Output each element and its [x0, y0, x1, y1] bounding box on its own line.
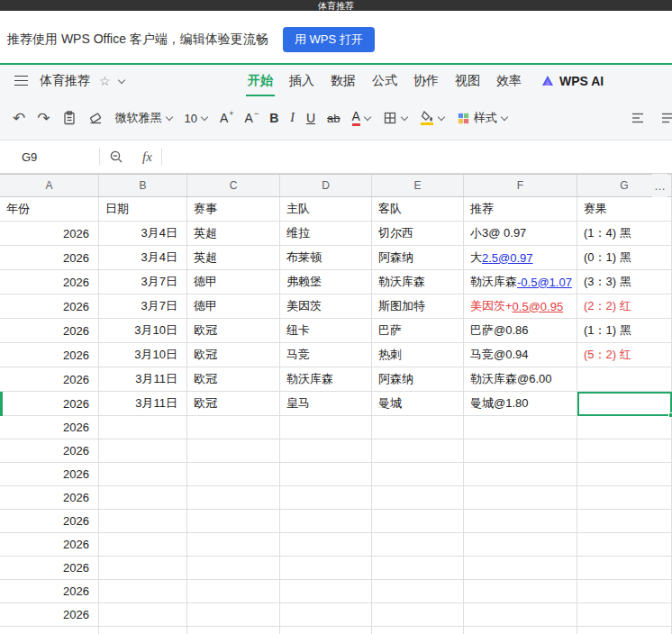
- font-size-select[interactable]: 10: [185, 112, 208, 125]
- strikethrough-button[interactable]: ab: [327, 112, 340, 125]
- cell[interactable]: 2026: [0, 439, 99, 463]
- cell[interactable]: 勒沃库森: [372, 270, 464, 294]
- header-cell[interactable]: 赛果: [577, 197, 672, 222]
- cell[interactable]: [464, 557, 577, 580]
- cell[interactable]: [464, 439, 577, 463]
- cell[interactable]: [99, 486, 187, 510]
- cell[interactable]: 勒沃库森-0.5@1.07: [464, 270, 577, 294]
- cell[interactable]: 皇马: [280, 392, 372, 416]
- tab-协作[interactable]: 协作: [413, 73, 439, 89]
- redo-button[interactable]: ↷: [37, 109, 50, 128]
- cell[interactable]: [577, 486, 672, 510]
- cell[interactable]: [464, 603, 577, 627]
- cell[interactable]: 2026: [0, 580, 99, 603]
- formula-input[interactable]: [162, 140, 672, 173]
- selected-cell[interactable]: [577, 392, 672, 416]
- cell[interactable]: [372, 510, 464, 533]
- cell[interactable]: 3月7日: [99, 270, 187, 294]
- paste-button[interactable]: [62, 111, 77, 125]
- cell[interactable]: 马竞: [280, 343, 372, 367]
- cell[interactable]: 德甲: [187, 270, 280, 294]
- cell[interactable]: [464, 416, 577, 439]
- undo-button[interactable]: ↶: [13, 109, 25, 128]
- font-color-button[interactable]: A: [352, 110, 371, 126]
- cell[interactable]: 3月4日: [99, 246, 187, 270]
- cell[interactable]: (2：2) 红: [577, 294, 672, 319]
- title-chevron-down-icon[interactable]: [118, 77, 125, 85]
- more-columns-button[interactable]: …: [652, 174, 667, 197]
- underline-button[interactable]: U: [306, 111, 315, 125]
- fill-color-button[interactable]: [420, 111, 445, 125]
- cell[interactable]: 曼城@1.80: [464, 392, 577, 416]
- cell[interactable]: [280, 439, 372, 463]
- cell[interactable]: [99, 510, 187, 533]
- cell[interactable]: 勒沃库森@6.00: [464, 367, 577, 392]
- cell[interactable]: [464, 533, 577, 557]
- cell[interactable]: 2026: [0, 392, 99, 416]
- cell[interactable]: [372, 533, 464, 557]
- header-cell[interactable]: 赛事: [187, 197, 280, 222]
- cell[interactable]: 2026: [0, 246, 99, 270]
- cell[interactable]: 2026: [0, 557, 99, 580]
- cell[interactable]: 2026: [0, 463, 99, 486]
- cell[interactable]: [372, 627, 464, 634]
- italic-button[interactable]: I: [290, 111, 295, 125]
- cell[interactable]: 2026: [0, 319, 99, 343]
- cell[interactable]: [372, 603, 464, 627]
- cell[interactable]: 曼城: [372, 392, 464, 416]
- cell[interactable]: [187, 439, 280, 463]
- wps-ai-button[interactable]: WPS AI: [540, 65, 604, 96]
- cell[interactable]: 大2.5@0.97: [464, 246, 577, 270]
- cell[interactable]: 2026: [0, 222, 99, 246]
- cell[interactable]: [280, 463, 372, 486]
- cell[interactable]: 热刺: [372, 343, 464, 367]
- header-cell[interactable]: 日期: [99, 197, 187, 222]
- cell[interactable]: 2026: [0, 627, 99, 634]
- tab-视图[interactable]: 视图: [455, 73, 480, 89]
- cell[interactable]: 纽卡: [280, 319, 372, 343]
- cell[interactable]: [577, 533, 672, 557]
- cell[interactable]: 3月7日: [99, 294, 187, 319]
- cell[interactable]: 3月4日: [99, 222, 187, 246]
- cell[interactable]: [99, 580, 187, 603]
- cell[interactable]: 3月10日: [99, 343, 187, 367]
- cell[interactable]: 欧冠: [187, 343, 280, 367]
- cell[interactable]: 2026: [0, 416, 99, 439]
- cell[interactable]: [577, 510, 672, 533]
- cell[interactable]: [577, 603, 672, 627]
- column-header-C[interactable]: C: [187, 175, 280, 196]
- cell[interactable]: [280, 557, 372, 580]
- cell[interactable]: [99, 627, 187, 634]
- cell[interactable]: [99, 439, 187, 463]
- cell[interactable]: [280, 603, 372, 627]
- cell[interactable]: [99, 557, 187, 580]
- cell[interactable]: [372, 463, 464, 486]
- cell[interactable]: [577, 439, 672, 463]
- cell[interactable]: 切尔西: [372, 222, 464, 246]
- cell[interactable]: [280, 416, 372, 439]
- cell[interactable]: [464, 580, 577, 603]
- cell[interactable]: 德甲: [187, 294, 280, 319]
- cell[interactable]: [280, 627, 372, 634]
- column-header-F[interactable]: F: [464, 175, 577, 196]
- open-in-wps-button[interactable]: 用 WPS 打开: [283, 27, 375, 52]
- cell[interactable]: [577, 463, 672, 486]
- cell[interactable]: 阿森纳: [372, 246, 464, 270]
- cell[interactable]: [577, 627, 672, 634]
- decrease-font-button[interactable]: A−: [245, 111, 259, 125]
- font-name-select[interactable]: 微软雅黑: [115, 110, 173, 126]
- increase-font-button[interactable]: A+: [220, 111, 233, 125]
- header-cell[interactable]: 客队: [372, 197, 464, 222]
- cell[interactable]: [187, 416, 280, 439]
- cell[interactable]: [187, 557, 280, 580]
- cell[interactable]: 小3@ 0.97: [464, 222, 577, 246]
- cell[interactable]: [187, 486, 280, 510]
- cell[interactable]: [187, 627, 280, 634]
- cell[interactable]: 2026: [0, 270, 99, 294]
- cell[interactable]: [187, 533, 280, 557]
- cell[interactable]: 2026: [0, 343, 99, 367]
- header-cell[interactable]: 主队: [280, 197, 372, 222]
- cell[interactable]: [577, 580, 672, 603]
- column-header-E[interactable]: E: [372, 175, 464, 196]
- cell[interactable]: 2026: [0, 533, 99, 557]
